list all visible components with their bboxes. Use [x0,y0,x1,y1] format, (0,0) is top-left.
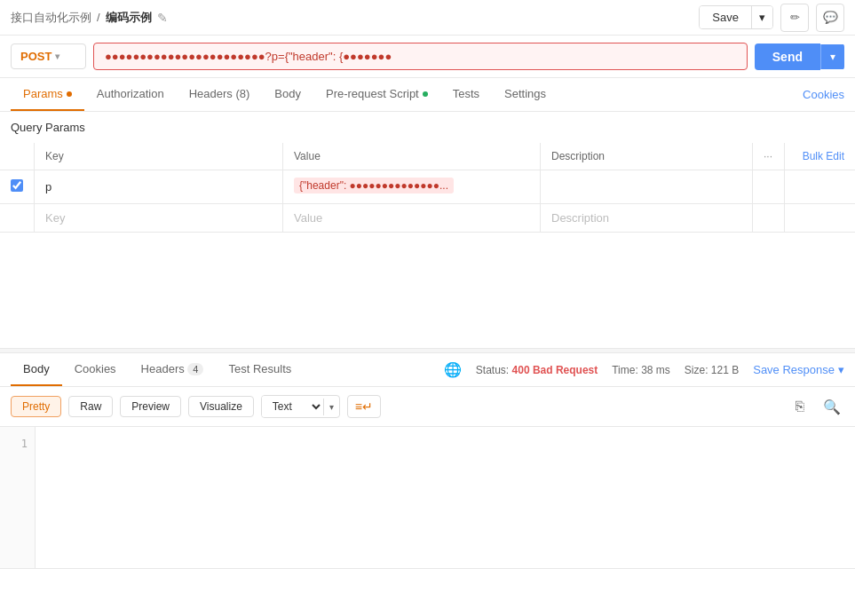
line-numbers: 1 [0,427,36,568]
response-body: 1 [0,427,855,569]
search-icon: 🔍 [823,399,841,415]
method-chevron-icon: ▾ [55,51,59,61]
time-text: Time: 38 ms [612,364,670,376]
empty-key-placeholder: Key [45,211,65,225]
row-value-value: {"header": ●●●●●●●●●●●●●●... [294,178,454,193]
empty-value-cell[interactable]: Value [283,204,541,233]
response-tabs-bar: Body Cookies Headers 4 Test Results 🌐 St… [0,353,855,387]
prerequest-dot-icon [423,91,428,97]
response-tab-test-results-label: Test Results [228,362,291,375]
pencil-icon: ✏ [790,11,800,24]
row-checkbox[interactable] [11,179,23,192]
send-button-group: Send ▾ [755,43,844,70]
save-response-button[interactable]: Save Response ▾ [753,363,844,376]
copy-button[interactable]: ⎘ [788,394,812,419]
save-dropdown-button[interactable]: ▾ [751,6,772,28]
top-bar: 接口自动化示例 / 编码示例 ✎ Save ▾ ✏ 💬 [0,0,855,36]
empty-check-cell [0,204,35,233]
response-tab-cookies-label: Cookies [75,362,116,375]
method-label: POST [20,50,51,63]
row-description-cell[interactable] [541,170,753,204]
request-tabs-bar: Params Authorization Headers (8) Body Pr… [0,78,855,112]
tab-authorization-label: Authorization [97,87,164,100]
response-tab-test-results[interactable]: Test Results [216,353,304,386]
row-check-cell [0,170,35,204]
response-tab-body[interactable]: Body [11,353,62,386]
empty-value-placeholder: Value [294,211,322,225]
tab-prerequest[interactable]: Pre-request Script [313,78,440,111]
tab-settings-label: Settings [504,87,546,100]
url-input[interactable] [93,43,748,70]
save-response-label: Save Response [753,363,835,376]
params-table: Key Value Description ··· Bulk Edit p {"… [0,143,855,233]
breadcrumb-separator: / [97,11,100,24]
empty-key-cell[interactable]: Key [35,204,283,233]
col-value: Value [283,143,541,170]
url-bar: POST ▾ Send ▾ [0,36,855,78]
breadcrumb-current: 编码示例 [106,10,152,26]
col-check [0,143,35,170]
globe-icon: 🌐 [444,361,462,378]
size-value: 121 B [711,364,739,376]
tab-tests[interactable]: Tests [440,78,492,111]
format-pretty-button[interactable]: Pretty [11,396,61,417]
col-more[interactable]: ··· [752,143,784,170]
time-label: Time: [612,364,638,376]
tab-headers-label: Headers (8) [189,87,250,100]
time-value: 38 ms [641,364,670,376]
send-dropdown-button[interactable]: ▾ [820,44,844,69]
tab-tests-label: Tests [453,87,479,100]
save-response-arrow-icon: ▾ [838,363,844,376]
size-label: Size: [685,364,709,376]
format-visualize-button[interactable]: Visualize [188,396,254,417]
col-bulk-edit[interactable]: Bulk Edit [784,143,855,170]
method-select[interactable]: POST ▾ [11,43,86,69]
row-bulk-cell [784,170,855,204]
empty-space [0,233,855,348]
comment-button[interactable]: 💬 [816,4,844,32]
tab-authorization[interactable]: Authorization [84,78,177,111]
response-tab-cookies[interactable]: Cookies [62,353,129,386]
save-button[interactable]: Save [700,6,751,28]
empty-bulk-cell [784,204,855,233]
tab-settings[interactable]: Settings [492,78,558,111]
row-value-cell[interactable]: {"header": ●●●●●●●●●●●●●●... [283,170,541,204]
send-button[interactable]: Send [755,43,820,70]
format-preview-button[interactable]: Preview [120,396,181,417]
format-raw-button[interactable]: Raw [68,396,113,417]
breadcrumb: 接口自动化示例 / 编码示例 ✎ [11,10,168,26]
tab-params[interactable]: Params [11,78,84,111]
copy-icon: ⎘ [796,399,804,415]
row-key-cell[interactable]: p [35,170,283,204]
wrap-lines-button[interactable]: ≡↵ [347,395,381,418]
top-bar-actions: Save ▾ ✏ 💬 [699,4,844,32]
status-text: Status: 400 Bad Request [476,364,598,376]
tab-params-label: Params [23,87,63,100]
query-params-label: Query Params [0,112,855,143]
pencil-button[interactable]: ✏ [780,4,809,32]
search-button[interactable]: 🔍 [819,394,844,419]
response-tab-body-label: Body [23,362,50,375]
table-row: p {"header": ●●●●●●●●●●●●●●... [0,170,855,204]
cookies-link[interactable]: Cookies [803,79,844,110]
status-label: Status: [476,364,509,376]
response-tab-headers[interactable]: Headers 4 [129,353,217,386]
text-select-chevron-icon: ▾ [323,399,339,415]
tab-body-label: Body [274,87,301,100]
tab-body[interactable]: Body [262,78,313,111]
tab-headers[interactable]: Headers (8) [177,78,263,111]
table-empty-row: Key Value Description [0,204,855,233]
col-key: Key [35,143,283,170]
row-more-cell [752,170,784,204]
comment-icon: 💬 [823,11,838,24]
line-number-1: 1 [0,436,35,453]
response-content[interactable] [36,427,855,568]
tab-prerequest-label: Pre-request Script [326,87,419,100]
wrap-lines-icon: ≡↵ [355,399,373,414]
row-key-value: p [45,180,51,193]
text-format-select[interactable]: Text JSON XML HTML [262,396,323,417]
empty-description-cell[interactable]: Description [541,204,753,233]
edit-icon[interactable]: ✎ [157,11,168,25]
save-button-group: Save ▾ [699,5,773,29]
col-description: Description [541,143,753,170]
